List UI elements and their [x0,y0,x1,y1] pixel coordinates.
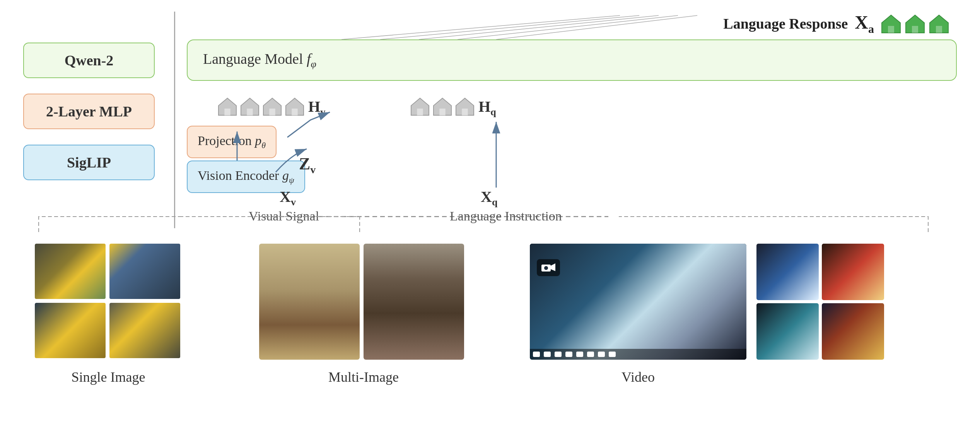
vid-thumb-4 [822,303,884,360]
svg-rect-17 [439,109,445,115]
multi-image-container [259,244,468,360]
dog-bench-img [259,244,360,360]
svg-rect-5 [936,26,942,33]
multi-image-caption: Multi-Image [328,369,399,385]
svg-line-29 [380,15,639,39]
monkey-bench-img [364,244,464,360]
svg-rect-11 [269,109,275,115]
filmstrip [530,244,746,360]
svg-line-30 [341,15,620,39]
gray-house-4 [285,97,304,116]
token-icons-row: Hv Hq [218,97,496,116]
gray-house-5 [410,97,430,116]
gray-house-6 [433,97,452,116]
siglip-box: SigLIP [23,145,155,180]
signal-area: Visual Signal Language Instruction [187,209,957,226]
visual-signal-label: Visual Signal [249,209,319,224]
svg-line-27 [458,15,678,39]
language-model-label: Language Model fφ [203,51,316,67]
single-image-caption: Single Image [72,369,145,385]
svg-rect-9 [247,109,253,115]
siglip-label: SigLIP [67,154,111,171]
taxi-img-1 [35,244,107,301]
language-instruction-label: Language Instruction [450,209,562,224]
taxi-img-3 [35,303,107,360]
gray-house-2 [240,97,260,116]
bottom-section: Single Image Multi-Image [23,236,957,437]
svg-point-33 [544,266,548,270]
x-v-label: Xv [280,188,296,208]
green-house-icon-1 [881,14,901,34]
gray-house-3 [263,97,282,116]
svg-rect-19 [462,109,468,115]
h-v-label: Hv [308,97,325,118]
qwen2-label: Qwen-2 [65,52,114,68]
mlp-label: 2-Layer MLP [46,103,132,120]
x-a-label: Xa [855,12,874,36]
single-image-group: Single Image [35,244,182,385]
video-group: Video [530,244,957,385]
left-column: Qwen-2 2-Layer MLP SigLIP [23,12,162,228]
z-v-label: Zv [299,154,316,176]
gray-house-7 [455,97,475,116]
svg-marker-32 [551,263,555,271]
multi-image-group: Multi-Image [259,244,468,385]
svg-line-28 [419,15,659,39]
top-section: Qwen-2 2-Layer MLP SigLIP Language Respo… [23,12,957,228]
vertical-divider [174,12,175,228]
language-response-label: Language Response [723,15,848,32]
green-house-icon-3 [929,14,949,34]
svg-rect-1 [888,26,894,33]
qwen2-box: Qwen-2 [23,43,155,78]
x-q-label: Xq [481,188,497,208]
language-model-box: Language Model fφ [187,39,957,81]
svg-rect-7 [224,109,230,115]
house-icons-green [881,14,949,34]
vid-thumb-1 [756,244,819,300]
main-container: Qwen-2 2-Layer MLP SigLIP Language Respo… [0,0,980,444]
gray-house-1 [218,97,237,116]
vid-thumb-2 [822,244,884,300]
language-response-area: Language Response Xa [723,12,949,36]
green-house-icon-2 [905,14,925,34]
architecture-diagram: Language Response Xa [187,12,957,228]
video-caption: Video [621,369,655,385]
camera-icon [537,259,560,276]
svg-rect-15 [417,109,423,115]
vid-thumb-3 [756,303,819,360]
taxi-image-grid [35,244,182,360]
video-column: Video [530,244,746,385]
svg-line-26 [496,15,697,39]
svg-rect-13 [292,109,297,115]
h-q-label: Hq [478,97,496,118]
mlp-box: 2-Layer MLP [23,94,155,129]
svg-rect-3 [912,26,918,33]
taxi-img-2 [109,244,182,301]
video-thumbnail-grid [756,244,884,360]
taxi-img-4 [109,303,182,360]
projection-box: Projection pθ [187,126,277,158]
hq-tokens [410,97,475,116]
hv-tokens [218,97,304,116]
